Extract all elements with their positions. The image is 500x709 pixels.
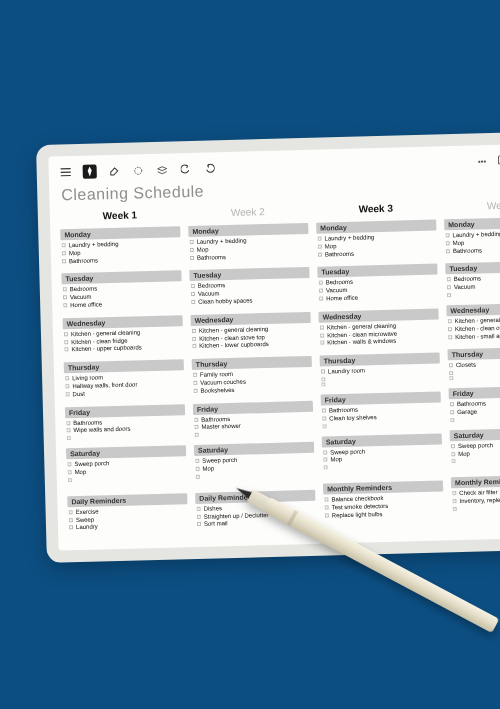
undo-icon[interactable]	[179, 162, 193, 176]
reminder-label: Laundry	[76, 524, 98, 532]
checkbox-icon[interactable]	[190, 248, 194, 252]
redo-icon[interactable]	[202, 161, 216, 175]
checkbox-icon[interactable]	[193, 381, 197, 385]
checkbox-icon[interactable]	[450, 410, 454, 414]
gesture-icon[interactable]	[494, 154, 500, 168]
checkbox-icon[interactable]	[452, 499, 456, 503]
checkbox-icon[interactable]	[193, 373, 197, 377]
checkbox-icon[interactable]	[319, 281, 323, 285]
checkbox-icon[interactable]	[319, 297, 323, 301]
checkbox-icon[interactable]	[325, 505, 329, 509]
checkbox-icon[interactable]	[322, 416, 326, 420]
checkbox-icon[interactable]	[445, 233, 449, 237]
svg-rect-0	[61, 168, 71, 169]
checkbox-icon[interactable]	[320, 341, 324, 345]
checkbox-icon[interactable]	[64, 348, 68, 352]
pen-tool-icon[interactable]	[83, 164, 97, 178]
checkbox-icon[interactable]	[191, 284, 195, 288]
menu-icon[interactable]	[59, 165, 73, 179]
checkbox-icon[interactable]	[325, 513, 329, 517]
checkbox-icon[interactable]	[67, 462, 71, 466]
checkbox-icon[interactable]	[451, 444, 455, 448]
checkbox-icon[interactable]	[65, 384, 69, 388]
task-label: Laundry + bedding	[197, 238, 247, 247]
checkbox-icon[interactable]	[63, 295, 67, 299]
task-label: Mop	[458, 450, 470, 458]
checkbox-icon[interactable]	[66, 421, 70, 425]
checkbox-icon[interactable]	[63, 303, 67, 307]
selection-tool-icon[interactable]	[131, 163, 145, 177]
eraser-tool-icon[interactable]	[107, 164, 121, 178]
checkbox-icon[interactable]	[69, 526, 73, 530]
checkbox-icon[interactable]	[323, 458, 327, 462]
checkbox-icon[interactable]	[195, 467, 199, 471]
checkbox-icon[interactable]	[62, 243, 66, 247]
checkbox-icon[interactable]	[197, 507, 201, 511]
checkbox-icon[interactable]	[319, 289, 323, 293]
checkbox-icon[interactable]	[448, 319, 452, 323]
checkbox-icon[interactable]	[446, 249, 450, 253]
checkbox-icon[interactable]	[62, 251, 66, 255]
checkbox-icon[interactable]	[63, 288, 67, 292]
checkbox-icon[interactable]	[190, 255, 194, 259]
checkbox-icon[interactable]	[192, 344, 196, 348]
checkbox-icon[interactable]	[318, 244, 322, 248]
checkbox-icon[interactable]	[62, 259, 66, 263]
checkbox-icon[interactable]	[447, 285, 451, 289]
checkbox-icon[interactable]	[320, 333, 324, 337]
checkbox-icon[interactable]	[65, 392, 69, 396]
checkbox-icon[interactable]	[317, 237, 321, 241]
checkbox-icon[interactable]	[190, 240, 194, 244]
checkbox-icon[interactable]	[449, 376, 453, 380]
checkbox-icon[interactable]	[194, 425, 198, 429]
layers-tool-icon[interactable]	[155, 163, 169, 177]
more-icon[interactable]: •••	[478, 157, 487, 166]
checkbox-icon[interactable]	[196, 475, 200, 479]
checkbox-icon[interactable]	[197, 514, 201, 518]
checkbox-icon[interactable]	[68, 470, 72, 474]
checkbox-icon[interactable]	[68, 478, 72, 482]
checkbox-icon[interactable]	[195, 433, 199, 437]
checkbox-icon[interactable]	[195, 459, 199, 463]
checkbox-icon[interactable]	[64, 332, 68, 336]
checkbox-icon[interactable]	[448, 335, 452, 339]
checkbox-icon[interactable]	[451, 459, 455, 463]
checkbox-icon[interactable]	[318, 252, 322, 256]
checkbox-icon[interactable]	[320, 325, 324, 329]
checkbox-icon[interactable]	[65, 376, 69, 380]
checkbox-icon[interactable]	[452, 491, 456, 495]
checkbox-icon[interactable]	[446, 241, 450, 245]
checkbox-icon[interactable]	[66, 429, 70, 433]
checkbox-icon[interactable]	[322, 424, 326, 428]
checkbox-icon[interactable]	[450, 402, 454, 406]
checkbox-icon[interactable]	[192, 329, 196, 333]
checkbox-icon[interactable]	[191, 300, 195, 304]
checkbox-icon[interactable]	[323, 466, 327, 470]
checkbox-icon[interactable]	[69, 518, 73, 522]
checkbox-icon[interactable]	[191, 292, 195, 296]
checkbox-icon[interactable]	[323, 450, 327, 454]
checkbox-icon[interactable]	[449, 371, 453, 375]
checkbox-icon[interactable]	[451, 452, 455, 456]
checkbox-icon[interactable]	[447, 278, 451, 282]
checkbox-icon[interactable]	[69, 510, 73, 514]
checkbox-icon[interactable]	[193, 389, 197, 393]
checkbox-icon[interactable]	[321, 382, 325, 386]
reminders-block: Monthly RemindersCheck air filterInvento…	[451, 474, 500, 513]
checkbox-icon[interactable]	[321, 377, 325, 381]
checkbox-icon[interactable]	[197, 522, 201, 526]
checkbox-icon[interactable]	[322, 408, 326, 412]
checkbox-icon[interactable]	[192, 336, 196, 340]
checkbox-icon[interactable]	[67, 436, 71, 440]
checkbox-icon[interactable]	[194, 417, 198, 421]
checkbox-icon[interactable]	[448, 327, 452, 331]
checkbox-icon[interactable]	[447, 293, 451, 297]
checkbox-icon[interactable]	[64, 340, 68, 344]
checkbox-icon[interactable]	[321, 370, 325, 374]
checkbox-icon[interactable]	[449, 364, 453, 368]
day-block: TuesdayBedroomsVacuumHome office	[61, 271, 182, 313]
day-block: SaturdaySweep porchMop	[66, 445, 187, 484]
checkbox-icon[interactable]	[450, 418, 454, 422]
checkbox-icon[interactable]	[453, 507, 457, 511]
checkbox-icon[interactable]	[324, 498, 328, 502]
